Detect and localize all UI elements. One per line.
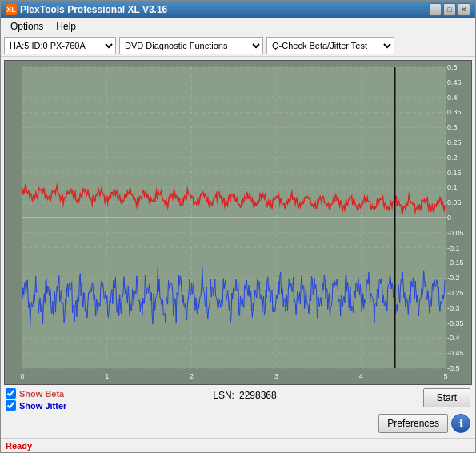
drive-select[interactable]: HA:5 ID:0 PX-760A [4,37,116,54]
lsn-value: 2298368 [239,390,277,401]
status-text: Ready [6,441,32,451]
close-button[interactable]: ✕ [458,3,470,16]
app-icon: XL [6,4,17,15]
show-beta-checkbox[interactable] [6,388,16,399]
chart-canvas [5,61,471,384]
show-jitter-row: Show Jitter [6,400,66,411]
menu-options[interactable]: Options [4,19,50,34]
show-beta-row: Show Beta [6,388,66,399]
prefs-row: Preferences ℹ [6,414,470,433]
minimize-button[interactable]: ─ [429,3,442,16]
show-beta-label: Show Beta [19,389,64,399]
lsn-label: LSN: [213,390,234,401]
toolbar: HA:5 ID:0 PX-760A DVD Diagnostic Functio… [1,34,475,57]
test-select[interactable]: Q-Check Beta/Jitter Test [266,37,394,54]
bottom-bar: Show Beta Show Jitter LSN: 2298368 Start… [1,385,475,438]
chart-x-axis [21,370,447,384]
preferences-button[interactable]: Preferences [378,414,448,433]
start-button[interactable]: Start [423,388,470,407]
title-bar-left: XL PlexTools Professional XL V3.16 [6,4,167,15]
maximize-button[interactable]: □ [443,3,456,16]
right-buttons: Start [423,388,470,407]
menu-bar: Options Help [1,18,475,34]
window-title: PlexTools Professional XL V3.16 [20,4,167,15]
title-bar: XL PlexTools Professional XL V3.16 ─ □ ✕ [1,1,475,18]
chart-container: High Low [4,60,472,385]
main-window: XL PlexTools Professional XL V3.16 ─ □ ✕… [0,0,476,453]
function-select[interactable]: DVD Diagnostic Functions [119,37,263,54]
show-jitter-checkbox[interactable] [6,400,16,411]
lsn-area: LSN: 2298368 [213,388,276,401]
menu-help[interactable]: Help [50,19,82,34]
checkboxes: Show Beta Show Jitter [6,388,66,411]
show-jitter-label: Show Jitter [19,401,66,411]
info-button[interactable]: ℹ [451,414,470,433]
bottom-controls: Show Beta Show Jitter LSN: 2298368 Start [6,388,470,411]
title-bar-controls: ─ □ ✕ [429,3,470,16]
status-bar: Ready [1,438,475,452]
